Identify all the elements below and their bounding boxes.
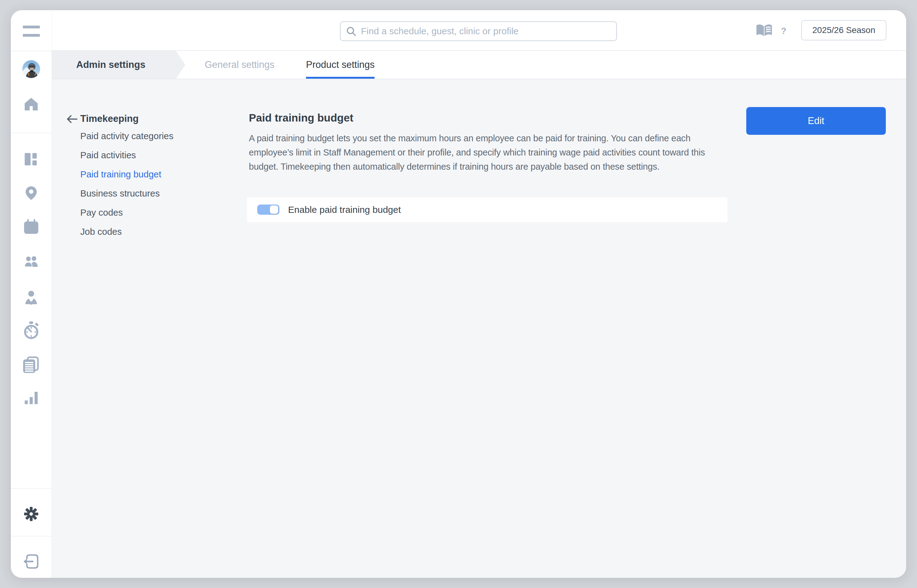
reports-bar-chart-icon[interactable] [24,391,38,405]
rail-divider [11,51,52,51]
user-avatar[interactable] [22,60,40,78]
page-title: Paid training budget [249,111,353,124]
breadcrumb-admin-settings[interactable]: Admin settings [76,51,146,79]
search-icon [346,26,357,37]
nav-item-business-structures[interactable]: Business structures [80,187,173,200]
settings-tab-bar: Admin settings General settings Product … [52,51,906,79]
nav-item-pay-codes[interactable]: Pay codes [80,207,173,219]
help-icon[interactable]: ? [776,23,791,39]
calendar-day-label: 27 [23,236,39,245]
timekeeping-stopwatch-icon[interactable] [23,321,40,340]
toggle-card: Enable paid training budget [247,197,727,222]
toggle-knob [270,205,278,214]
dashboard-icon[interactable] [25,153,38,167]
guide-book-icon[interactable] [756,24,773,38]
search-input[interactable] [340,22,616,40]
nav-item-paid-training-budget[interactable]: Paid training budget [80,168,173,181]
help-glyph: ? [781,26,786,36]
rail-divider [11,536,52,536]
logout-icon[interactable] [23,554,39,570]
enable-paid-training-budget-toggle[interactable] [257,205,279,215]
tab-general-settings[interactable]: General settings [205,51,274,79]
menu-icon[interactable] [23,25,40,37]
calendar-icon[interactable]: 27 [23,219,39,235]
settings-nav-list: Paid activity categories Paid activities… [80,130,173,238]
page-description: A paid training budget lets you set the … [249,131,731,174]
rail-divider [11,132,52,133]
avatar-photo [22,60,40,78]
home-icon[interactable] [24,97,38,112]
season-selector-button[interactable]: 2025/26 Season [801,20,886,40]
nav-item-paid-activities[interactable]: Paid activities [80,149,173,162]
nav-item-job-codes[interactable]: Job codes [80,226,173,238]
back-arrow-icon[interactable] [66,115,78,124]
top-bar: ? 2025/26 Season [52,10,906,51]
settings-gear-icon[interactable] [24,507,38,522]
settings-section-title: Timekeeping [80,113,139,124]
staff-people-icon[interactable] [24,256,38,268]
rail-divider [11,488,52,489]
tab-product-settings[interactable]: Product settings [306,51,374,79]
global-search [340,21,617,41]
nav-item-paid-activity-categories[interactable]: Paid activity categories [80,130,173,142]
edit-button[interactable]: Edit [746,107,886,135]
sidebar-rail: 27 [11,10,52,578]
app-window: 27 [11,10,906,578]
toggle-label: Enable paid training budget [288,197,401,222]
location-pin-icon[interactable] [24,186,39,202]
documents-icon[interactable] [23,356,39,374]
coach-person-icon[interactable] [24,291,39,306]
